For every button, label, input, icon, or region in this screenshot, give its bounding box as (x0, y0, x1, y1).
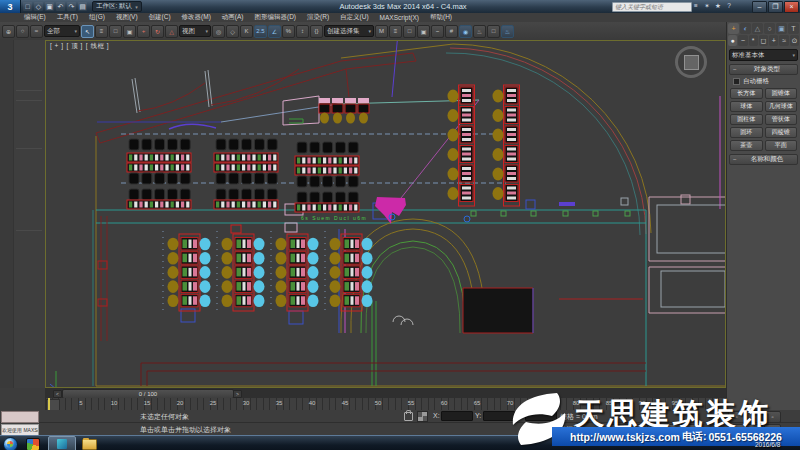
project-folder-icon[interactable]: ▤ (78, 2, 87, 11)
display-tab-icon[interactable]: ▣ (776, 23, 787, 34)
material-editor-icon[interactable]: ◉ (459, 25, 472, 38)
snap-toggle-icon[interactable]: 2.5 (254, 25, 267, 38)
align-icon[interactable]: ≡ (389, 25, 402, 38)
menu-item-4[interactable]: 创建(C) (149, 13, 171, 22)
restore-button[interactable]: ❐ (768, 1, 783, 13)
rectangular-selection-region-icon[interactable]: □ (109, 25, 122, 38)
hierarchy-tab-icon[interactable]: △ (752, 23, 763, 34)
save-file-icon[interactable]: ▣ (45, 2, 54, 11)
new-scene-icon[interactable]: □ (23, 2, 32, 11)
graphite-ribbon-icon[interactable]: ▣ (417, 25, 430, 38)
use-pivot-point-center-icon[interactable]: ◎ (212, 25, 225, 38)
absolute-mode-icon[interactable] (417, 411, 428, 422)
maxscript-mini-listener[interactable] (1, 411, 39, 423)
communication-center-icon[interactable]: ✶ (703, 2, 711, 10)
favorites-star-icon[interactable]: ★ (714, 2, 722, 10)
primitive-category-dropdown[interactable]: 标准基本体 ▾ (729, 49, 798, 61)
object-button-0[interactable]: 长方体 (730, 88, 763, 99)
viewport-menu-plus[interactable]: [ + ] (50, 42, 64, 51)
angle-snap-icon[interactable]: ∠ (268, 25, 281, 38)
viewcube-top-face[interactable] (684, 55, 699, 70)
bind-to-space-warp-icon[interactable]: ≈ (30, 25, 43, 38)
mirror-icon[interactable]: M (375, 25, 388, 38)
select-and-link-icon[interactable]: ⊕ (2, 25, 15, 38)
space-warps-category-icon[interactable]: ≈ (779, 35, 788, 46)
previous-frame-button[interactable]: < (53, 390, 62, 398)
object-button-8[interactable]: 茶壶 (730, 140, 763, 151)
keyboard-shortcut-override-icon[interactable]: K (240, 25, 253, 38)
open-file-icon[interactable]: ◇ (34, 2, 43, 11)
lights-category-icon[interactable]: * (749, 35, 758, 46)
selection-lock-icon[interactable] (404, 412, 413, 421)
render-setup-icon[interactable]: ♨ (473, 25, 486, 38)
select-and-manipulate-icon[interactable]: ◇ (226, 25, 239, 38)
menu-item-5[interactable]: 修改器(M) (182, 13, 211, 22)
window-crossing-icon[interactable]: ▣ (123, 25, 136, 38)
close-button[interactable]: × (784, 1, 799, 13)
object-button-1[interactable]: 圆锥体 (765, 88, 798, 99)
menu-item-11[interactable]: 帮助(H) (430, 13, 452, 22)
viewport-shading-label[interactable]: [ 线框 ] (86, 42, 109, 51)
menu-item-6[interactable]: 动画(A) (222, 13, 244, 22)
schematic-view-icon[interactable]: # (445, 25, 458, 38)
menu-item-8[interactable]: 渲染(R) (307, 13, 329, 22)
infocenter-search-input[interactable] (612, 2, 692, 12)
select-by-name-icon[interactable]: ≡ (95, 25, 108, 38)
y-coordinate-field[interactable] (483, 411, 515, 421)
menu-item-10[interactable]: MAXScript(X) (380, 14, 419, 21)
named-selection-set-dropdown[interactable]: 创建选择集▾ (324, 25, 374, 37)
edit-named-selection-sets-icon[interactable]: {} (310, 25, 323, 38)
unlink-selection-icon[interactable]: ○ (16, 25, 29, 38)
shapes-category-icon[interactable]: ~ (738, 35, 747, 46)
next-frame-button[interactable]: > (233, 390, 242, 398)
viewcube[interactable] (675, 46, 707, 78)
selection-filter-dropdown[interactable]: 全部▾ (44, 25, 80, 37)
application-menu-button[interactable]: 3 (0, 0, 21, 13)
render-production-icon[interactable]: ♨ (501, 25, 514, 38)
object-button-7[interactable]: 四棱锥 (765, 127, 798, 138)
spinner-snap-icon[interactable]: ↕ (296, 25, 309, 38)
curve-editor-icon[interactable]: ~ (431, 25, 444, 38)
minimize-button[interactable]: – (752, 1, 767, 13)
menu-item-9[interactable]: 自定义(U) (340, 13, 369, 22)
autogrid-checkbox[interactable]: 自动栅格 (733, 77, 796, 86)
object-button-6[interactable]: 圆环 (730, 127, 763, 138)
zoom-all-icon[interactable]: ▫ (746, 411, 763, 423)
rendered-frame-window-icon[interactable]: □ (487, 25, 500, 38)
zoom-icon[interactable]: ▫ (728, 411, 745, 423)
object-type-rollout[interactable]: − 对象类型 (729, 64, 798, 75)
select-and-move-icon[interactable]: + (137, 25, 150, 38)
object-button-9[interactable]: 平面 (765, 140, 798, 151)
helpers-category-icon[interactable]: + (769, 35, 778, 46)
object-button-4[interactable]: 圆柱体 (730, 114, 763, 125)
menu-item-2[interactable]: 组(G) (89, 13, 105, 22)
workspace-dropdown[interactable]: 工作区: 默认 ▾ (92, 1, 142, 12)
3dsmax-taskbar-button[interactable] (48, 436, 76, 450)
object-button-2[interactable]: 球体 (730, 101, 763, 112)
search-again-icon[interactable]: ≡ (692, 2, 700, 10)
menu-item-1[interactable]: 工具(T) (57, 13, 78, 22)
z-coordinate-field[interactable] (525, 411, 557, 421)
help-icon[interactable]: ? (725, 2, 733, 10)
select-object-icon[interactable]: ↖ (81, 25, 94, 38)
geometry-category-icon[interactable]: ● (728, 35, 737, 46)
select-and-scale-icon[interactable]: △ (165, 25, 178, 38)
current-frame-marker[interactable] (48, 398, 50, 410)
object-button-3[interactable]: 几何球体 (765, 101, 798, 112)
start-button[interactable] (3, 437, 18, 450)
utilities-tab-icon[interactable]: T (788, 23, 799, 34)
add-time-tag[interactable]: 添加时间标记 (545, 425, 587, 435)
explorer-taskbar-icon[interactable] (82, 439, 97, 450)
redo-icon[interactable]: ↷ (67, 2, 76, 11)
layer-manager-icon[interactable]: □ (403, 25, 416, 38)
menu-item-3[interactable]: 视图(V) (116, 13, 138, 22)
name-color-rollout[interactable]: − 名称和颜色 (729, 154, 798, 165)
reference-coordinate-dropdown[interactable]: 视图▾ (179, 25, 211, 37)
select-and-rotate-icon[interactable]: ↻ (151, 25, 164, 38)
menu-item-0[interactable]: 编辑(E) (24, 13, 46, 22)
menu-item-7[interactable]: 图形编辑器(D) (255, 13, 297, 22)
create-tab-icon[interactable]: + (728, 23, 739, 34)
top-viewport[interactable]: 6s Suem Ducl u6m [ + ] [ 顶 ] [ 线框 ] (45, 40, 726, 388)
modify-tab-icon[interactable]: ◐ (740, 23, 751, 34)
browser-taskbar-icon[interactable] (26, 438, 40, 450)
